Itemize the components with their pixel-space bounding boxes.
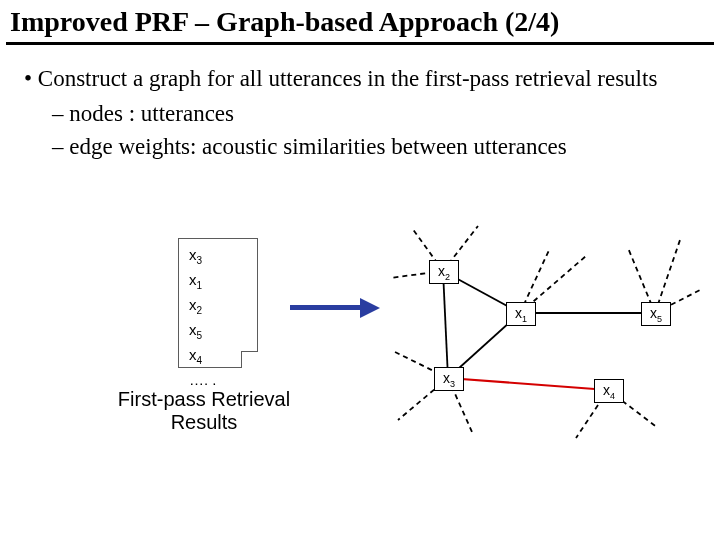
- bullet-main-text: Construct a graph for all utterances in …: [38, 66, 658, 91]
- node-x3: x3: [434, 367, 464, 391]
- bullet-main: Construct a graph for all utterances in …: [24, 63, 696, 162]
- document-lines: x3 x1 x2 x5 x4 …. .: [189, 245, 217, 389]
- diagram-area: x3 x1 x2 x5 x4 …. . First-pass Retrieval…: [0, 230, 720, 530]
- graph-edges: [380, 220, 710, 450]
- graph-drawing: x2 x1 x5 x3 x4: [380, 220, 710, 450]
- slide-body: Construct a graph for all utterances in …: [0, 45, 720, 162]
- node-x1: x1: [506, 302, 536, 326]
- document-box: x3 x1 x2 x5 x4 …. .: [178, 238, 258, 368]
- sub-bullet-nodes: nodes : utterances: [52, 98, 696, 129]
- document-caption: First-pass Retrieval Results: [94, 388, 314, 434]
- node-x2: x2: [429, 260, 459, 284]
- svg-line-4: [448, 378, 608, 390]
- node-x5: x5: [641, 302, 671, 326]
- sub-bullet-edges: edge weights: acoustic similarities betw…: [52, 131, 696, 162]
- svg-line-1: [443, 271, 448, 378]
- slide-title: Improved PRF – Graph-based Approach (2/4…: [0, 0, 720, 42]
- arrow-icon: [290, 298, 380, 318]
- node-x4: x4: [594, 379, 624, 403]
- page-fold-icon: [241, 351, 258, 368]
